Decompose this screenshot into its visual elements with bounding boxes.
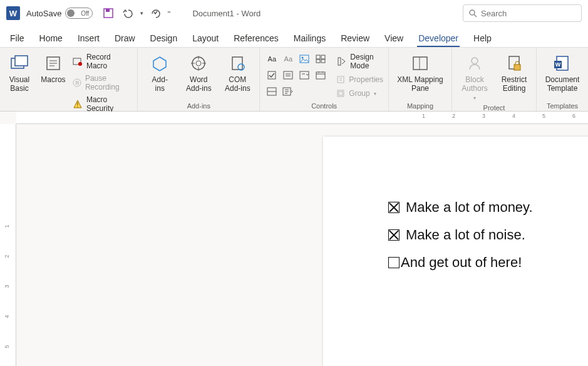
design-mode-icon <box>336 57 346 66</box>
group-button: Group ▾ <box>336 89 383 98</box>
restrict-editing-button[interactable]: Restrict Editing <box>497 50 531 93</box>
svg-line-3 <box>474 14 477 17</box>
chevron-down-icon: ▾ <box>473 94 476 103</box>
search-box[interactable] <box>463 4 582 22</box>
autosave-toggle[interactable]: Off <box>65 8 93 19</box>
visual-basic-icon <box>10 53 29 74</box>
doc-line[interactable]: And get out of here! <box>388 254 588 271</box>
qat-customize-icon[interactable]: ⁼ <box>167 9 171 18</box>
record-macro-icon <box>73 56 83 66</box>
addins-button[interactable]: Add- ins <box>143 50 177 93</box>
svg-rect-51 <box>413 57 427 70</box>
tab-file[interactable]: File <box>9 29 26 47</box>
svg-rect-33 <box>284 71 292 79</box>
checkbox-control[interactable] <box>388 202 400 213</box>
rich-text-control-icon[interactable]: Aa <box>265 53 279 65</box>
legacy-tools-icon[interactable] <box>281 85 295 98</box>
group-protect: Block Authors ▾ Restrict Editing Protect <box>452 48 537 111</box>
controls-gallery: Aa Aa <box>265 50 328 99</box>
svg-text:W: W <box>555 61 561 68</box>
com-addins-icon <box>229 53 246 74</box>
undo-icon[interactable] <box>120 8 134 19</box>
macro-security-button[interactable]: ! Macro Security <box>73 95 132 113</box>
doc-line-text[interactable]: Make a lot of noise. <box>406 227 525 243</box>
visual-basic-button[interactable]: Visual Basic <box>5 50 34 93</box>
record-macro-button[interactable]: Record Macro <box>73 53 132 70</box>
document-template-icon: W <box>553 53 572 74</box>
tab-review[interactable]: Review <box>339 29 371 47</box>
pause-recording-button: Pause Recording <box>73 74 132 92</box>
document-title: Document1 - Word <box>192 9 260 18</box>
svg-rect-38 <box>316 72 325 79</box>
checkbox-control[interactable] <box>388 229 400 241</box>
svg-rect-24 <box>232 57 242 70</box>
svg-rect-55 <box>514 65 520 70</box>
macros-button[interactable]: Macros <box>39 50 68 84</box>
group-controls: Aa Aa Design Mode Properties <box>260 48 389 111</box>
group-icon <box>336 89 345 98</box>
search-icon <box>468 9 477 18</box>
page[interactable]: Make a lot of money.Make a lot of noise.… <box>323 137 588 366</box>
horizontal-ruler[interactable]: 1234567 <box>16 112 588 124</box>
save-icon[interactable] <box>103 8 114 19</box>
quick-access-toolbar: ▾ ⁼ <box>103 8 171 19</box>
word-app-icon: W <box>6 6 20 20</box>
block-authors-icon <box>466 53 483 74</box>
building-block-control-icon[interactable] <box>314 53 328 65</box>
tab-developer[interactable]: Developer <box>417 29 460 47</box>
pause-icon <box>73 78 81 87</box>
picture-control-icon[interactable] <box>297 53 311 65</box>
combobox-control-icon[interactable] <box>281 69 295 81</box>
vertical-ruler[interactable]: 123456 <box>0 124 16 366</box>
tab-references[interactable]: References <box>232 29 280 47</box>
doc-line[interactable]: Make a lot of noise. <box>388 227 588 243</box>
doc-line-text[interactable]: And get out of here! <box>401 254 522 271</box>
plain-text-control-icon[interactable]: Aa <box>281 53 295 65</box>
tab-insert[interactable]: Insert <box>76 29 101 47</box>
repeating-control-icon[interactable] <box>265 85 279 98</box>
svg-rect-13 <box>76 81 77 85</box>
svg-rect-5 <box>15 56 28 66</box>
ribbon: Visual Basic Macros Record Macro Pause R… <box>0 48 588 112</box>
redo-icon[interactable] <box>150 8 161 19</box>
com-addins-button[interactable]: COM Add-ins <box>220 50 254 93</box>
properties-icon <box>336 75 345 84</box>
tab-help[interactable]: Help <box>472 29 493 47</box>
datepicker-control-icon[interactable] <box>314 69 328 81</box>
chevron-down-icon[interactable]: ▾ <box>140 10 143 16</box>
block-authors-button: Block Authors ▾ <box>457 50 492 103</box>
xml-mapping-button[interactable]: XML Mapping Pane <box>394 50 446 93</box>
tab-layout[interactable]: Layout <box>191 29 220 47</box>
tab-draw[interactable]: Draw <box>113 29 137 47</box>
checkbox-control[interactable] <box>388 257 400 268</box>
word-addins-button[interactable]: Word Add-ins <box>182 50 215 93</box>
svg-rect-31 <box>321 60 325 63</box>
design-mode-button[interactable]: Design Mode <box>336 53 383 70</box>
tab-design[interactable]: Design <box>149 29 179 47</box>
autosave-label: AutoSave <box>26 9 61 18</box>
tab-home[interactable]: Home <box>38 29 64 47</box>
svg-rect-46 <box>338 76 344 83</box>
svg-rect-14 <box>78 81 79 85</box>
word-addins-icon <box>190 53 207 74</box>
xml-mapping-icon <box>411 53 430 74</box>
warning-icon: ! <box>73 99 83 109</box>
svg-rect-1 <box>106 9 110 12</box>
svg-point-2 <box>470 10 475 15</box>
autosave-control[interactable]: AutoSave Off <box>26 8 93 19</box>
svg-rect-50 <box>339 92 343 95</box>
doc-line-text[interactable]: Make a lot of money. <box>406 199 533 216</box>
tab-view[interactable]: View <box>383 29 405 47</box>
svg-rect-28 <box>316 55 320 59</box>
tab-mailings[interactable]: Mailings <box>292 29 327 47</box>
document-template-button[interactable]: W Document Template <box>542 50 583 93</box>
dropdown-control-icon[interactable] <box>297 69 311 81</box>
checkbox-control-icon[interactable] <box>265 69 279 81</box>
group-code: Visual Basic Macros Record Macro Pause R… <box>0 48 138 111</box>
group-mapping: XML Mapping Pane Mapping <box>389 48 452 111</box>
macros-icon <box>44 53 62 74</box>
search-input[interactable] <box>481 9 576 18</box>
svg-text:!: ! <box>77 102 79 108</box>
restrict-editing-icon <box>505 53 523 74</box>
doc-line[interactable]: Make a lot of money. <box>388 199 588 216</box>
